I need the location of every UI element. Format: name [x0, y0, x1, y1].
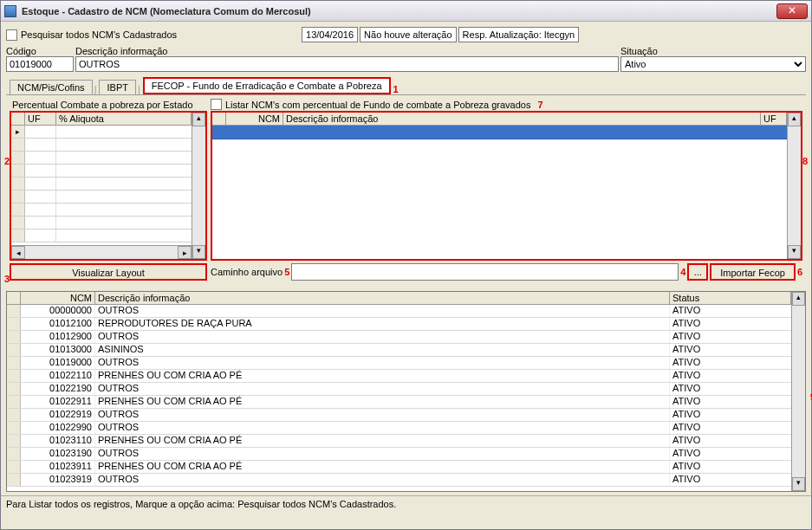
col-desc-bottom[interactable]: Descrição informação — [95, 292, 670, 304]
path-label: Caminho arquivo — [211, 267, 283, 277]
col-ncm[interactable]: NCM — [226, 113, 283, 125]
codigo-label: Código — [6, 46, 74, 56]
col-aliquota[interactable]: % Aliquota — [56, 113, 192, 125]
left-grid: UF % Aliquota ▸ — [10, 111, 207, 261]
search-all-label: Pesquisar todos NCM's Cadastrados — [21, 29, 177, 40]
col-uf[interactable]: UF — [25, 113, 56, 125]
bottom-grid: 9 NCM Descrição informação Status 000000… — [6, 291, 806, 492]
import-fecop-button[interactable]: Importar Fecop — [710, 263, 796, 281]
left-grid-body[interactable]: ▸ — [11, 126, 192, 245]
table-row[interactable]: 01022990OUTROSATIVO — [7, 422, 791, 435]
left-grid-title: Percentual Combate a pobreza por Estado — [10, 99, 207, 111]
window-title: Estoque - Cadastro de NCM (Nomeclatura C… — [22, 6, 776, 16]
table-row[interactable]: 01019000OUTROSATIVO — [7, 357, 791, 370]
update-date: 13/04/2016 — [302, 27, 358, 42]
col-status-bottom[interactable]: Status — [670, 292, 791, 304]
annotation-7: 7 — [537, 100, 542, 110]
table-row[interactable]: 01012100REPRODUTORES DE RAÇA PURAATIVO — [7, 318, 791, 331]
app-icon — [4, 5, 16, 17]
tab-fecop[interactable]: FECOP - Fundo de Erradicação e Combate a… — [143, 77, 391, 94]
table-row[interactable]: 01023911PRENHES OU COM CRIA AO PÉATIVO — [7, 461, 791, 474]
fields-row: Código Descrição informação Situação Ati… — [6, 46, 806, 72]
desc-input[interactable] — [75, 56, 619, 72]
left-hscroll[interactable]: ◂▸ — [11, 245, 192, 259]
table-row[interactable]: 01023919OUTROSATIVO — [7, 474, 791, 487]
status-select[interactable]: Ativo — [620, 56, 806, 72]
table-row[interactable]: 01013000ASININOSATIVO — [7, 344, 791, 357]
table-row[interactable]: 01023190OUTROSATIVO — [7, 448, 791, 461]
selected-row[interactable] — [212, 126, 787, 139]
right-vscroll[interactable]: ▴▾ — [787, 113, 801, 259]
browse-button[interactable]: ... — [687, 263, 708, 281]
left-panel: Percentual Combate a pobreza por Estado … — [10, 99, 207, 281]
footer-text: Para Listar todos os registros, Marque a… — [1, 495, 811, 512]
content-area: Pesquisar todos NCM's Cadastrados 13/04/… — [1, 22, 811, 288]
right-panel: Listar NCM's com percentual de Fundo de … — [211, 99, 802, 281]
tab-ibpt[interactable]: IBPT — [99, 80, 135, 94]
search-all-checkbox[interactable] — [6, 29, 17, 41]
table-row[interactable]: 01022919OUTROSATIVO — [7, 409, 791, 422]
tabs: NCM/Pis/Cofins | IBPT | FECOP - Fundo de… — [6, 77, 806, 94]
titlebar[interactable]: Estoque - Cadastro de NCM (Nomeclatura C… — [1, 1, 811, 22]
annotation-5: 5 — [284, 267, 289, 277]
bottom-vscroll[interactable]: ▴▾ — [791, 292, 805, 491]
list-ncm-checkbox[interactable] — [211, 99, 222, 110]
path-row: Caminho arquivo 5 4 ... Importar Fecop 6 — [211, 263, 802, 281]
table-row[interactable]: 01012900OUTROSATIVO — [7, 331, 791, 344]
list-ncm-label: Listar NCM's com percentual de Fundo de … — [225, 100, 530, 110]
table-row[interactable]: 01022911PRENHES OU COM CRIA AO PÉATIVO — [7, 396, 791, 409]
annotation-6: 6 — [797, 267, 802, 277]
annotation-8: 8 — [802, 156, 808, 166]
col-ncm-bottom[interactable]: NCM — [21, 292, 95, 304]
annotation-1: 1 — [393, 84, 399, 94]
resp-text: Resp. Atualização: Itecgyn — [458, 27, 580, 42]
table-row[interactable]: 01022190OUTROSATIVO — [7, 383, 791, 396]
visualizar-layout-button[interactable]: Visualizar Layout — [10, 263, 207, 281]
path-input[interactable] — [291, 263, 679, 281]
right-grid-body[interactable] — [212, 126, 787, 259]
col-desc[interactable]: Descrição informação — [283, 113, 761, 125]
window: Estoque - Cadastro de NCM (Nomeclatura C… — [0, 0, 812, 530]
close-button[interactable]: ✕ — [776, 3, 808, 19]
desc-label: Descrição informação — [75, 46, 619, 56]
codigo-input[interactable] — [6, 56, 74, 72]
no-change-text: Não houve alteração — [360, 27, 457, 42]
tab-ncm-pis-cofins[interactable]: NCM/Pis/Cofins — [10, 80, 93, 94]
mid-section: 2 3 8 Percentual Combate a pobreza por E… — [6, 95, 806, 284]
right-grid: NCM Descrição informação UF ▴▾ — [211, 111, 802, 261]
status-label: Situação — [620, 46, 806, 56]
annotation-4: 4 — [680, 267, 685, 277]
table-row[interactable]: 01022110PRENHES OU COM CRIA AO PÉATIVO — [7, 370, 791, 383]
table-row[interactable]: 00000000OUTROSATIVO — [7, 305, 791, 318]
left-vscroll[interactable]: ▴▾ — [192, 113, 205, 259]
table-row[interactable]: 01023110PRENHES OU COM CRIA AO PÉATIVO — [7, 435, 791, 448]
search-row: Pesquisar todos NCM's Cadastrados 13/04/… — [6, 27, 806, 42]
bottom-grid-body[interactable]: 00000000OUTROSATIVO01012100REPRODUTORES … — [7, 305, 791, 491]
col-uf-right[interactable]: UF — [761, 113, 787, 125]
